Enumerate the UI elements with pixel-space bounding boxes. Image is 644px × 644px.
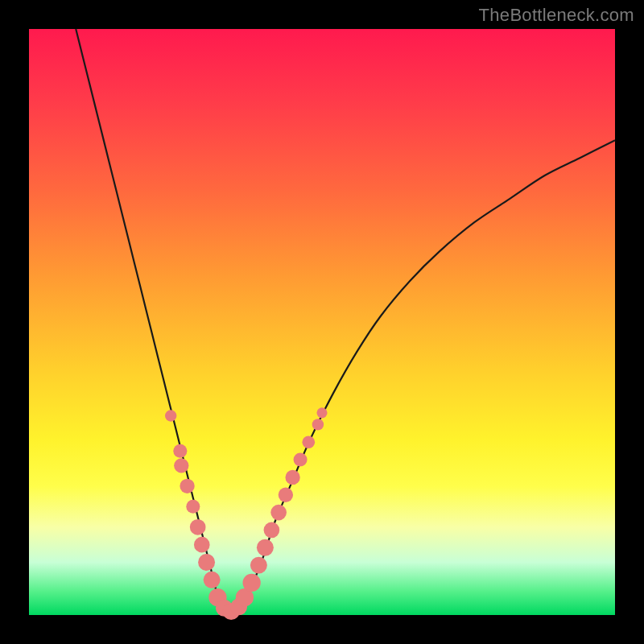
curve-marker [264,522,280,539]
curve-marker [316,407,327,418]
curve-marker [174,458,188,473]
curve-marker [186,500,200,514]
curve-layer [29,29,615,615]
chart-frame: TheBottleneck.com [0,0,644,644]
curve-marker [173,444,187,458]
plot-area [29,29,615,615]
curve-marker [312,419,324,430]
curve-marker [294,453,308,467]
curve-marker [243,574,261,592]
curve-marker [250,557,267,574]
watermark-text: TheBottleneck.com [479,5,634,26]
curve-marker [302,436,315,448]
curve-marker [180,479,194,493]
curve-marker [190,519,206,535]
curve-marker [257,539,274,556]
curve-marker [279,488,293,502]
curve-markers [165,407,328,620]
curve-marker [165,410,176,421]
curve-marker [270,505,287,521]
bottleneck-curve [76,29,615,613]
curve-marker [285,470,299,485]
curve-marker [204,572,221,588]
curve-marker [194,537,210,553]
curve-marker [198,554,215,571]
